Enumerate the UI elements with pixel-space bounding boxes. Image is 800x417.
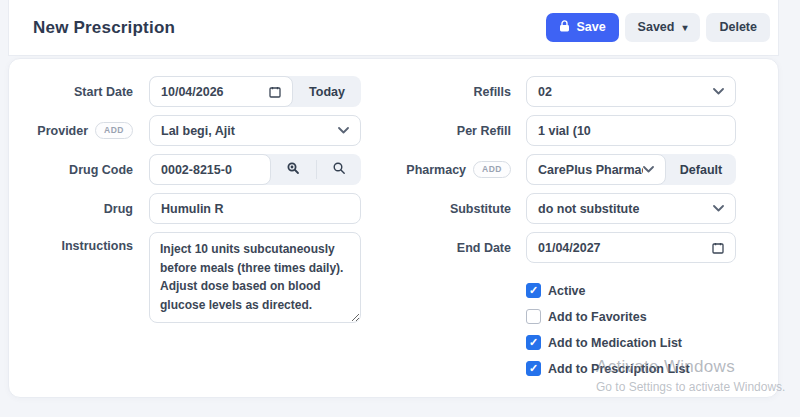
end-date-value: 01/04/2027 bbox=[538, 241, 601, 255]
check-icon: ✓ bbox=[529, 285, 538, 296]
substitute-value: do not substitute bbox=[538, 202, 639, 216]
toolbar: Save Saved ▾ Delete bbox=[546, 13, 770, 42]
drug-lookup-button[interactable] bbox=[271, 154, 316, 185]
checkbox-box[interactable]: ✓ bbox=[526, 309, 541, 324]
form-column-right: Refills 02 Per Refill 1 vial (10 bbox=[394, 76, 736, 397]
start-date-label: Start Date bbox=[9, 85, 133, 99]
per-refill-row: Per Refill 1 vial (10 bbox=[394, 115, 736, 146]
checkbox-add-to-medication-list[interactable]: ✓ Add to Medication List bbox=[526, 335, 736, 350]
end-date-row: End Date 01/04/2027 bbox=[394, 232, 736, 263]
start-date-input[interactable]: 10/04/2026 bbox=[149, 76, 293, 107]
refills-row: Refills 02 bbox=[394, 76, 736, 107]
end-date-label: End Date bbox=[394, 241, 511, 255]
pharmacy-add-badge[interactable]: ADD bbox=[473, 161, 511, 178]
drug-search-button[interactable] bbox=[317, 154, 362, 185]
checkbox-active[interactable]: ✓ Active bbox=[526, 283, 736, 298]
checkbox-box[interactable]: ✓ bbox=[526, 283, 541, 298]
chevron-down-icon bbox=[643, 166, 654, 173]
chevron-down-icon bbox=[713, 88, 724, 95]
start-date-row: Start Date 10/04/2026 Toda bbox=[9, 76, 361, 107]
form-column-left: Start Date 10/04/2026 Toda bbox=[9, 76, 361, 397]
provider-value: Lal begi, Ajit bbox=[161, 124, 235, 138]
save-button[interactable]: Save bbox=[546, 13, 618, 42]
prescription-form-card: Start Date 10/04/2026 Toda bbox=[8, 58, 779, 398]
drug-code-label: Drug Code bbox=[9, 163, 133, 177]
page-header: New Prescription Save Saved ▾ Delete bbox=[8, 0, 779, 56]
check-icon: ✓ bbox=[529, 363, 538, 374]
checkbox-box[interactable]: ✓ bbox=[526, 335, 541, 350]
provider-row: Provider ADD Lal begi, Ajit bbox=[9, 115, 361, 146]
drug-code-group: 0002-8215-0 bbox=[149, 154, 361, 185]
pharmacy-value: CarePlus Pharmacy - bbox=[538, 163, 643, 177]
per-refill-input[interactable]: 1 vial (10 bbox=[526, 115, 736, 146]
calendar-icon[interactable] bbox=[269, 86, 281, 98]
search-filled-icon bbox=[286, 161, 300, 178]
start-date-value: 10/04/2026 bbox=[161, 85, 224, 99]
caret-down-icon: ▾ bbox=[682, 23, 687, 33]
drug-row: Drug Humulin R bbox=[9, 193, 361, 224]
provider-select[interactable]: Lal begi, Ajit bbox=[149, 115, 361, 146]
substitute-row: Substitute do not substitute bbox=[394, 193, 736, 224]
instructions-textarea[interactable]: Inject 10 units subcutaneously before me… bbox=[149, 232, 361, 323]
refills-select[interactable]: 02 bbox=[526, 76, 736, 107]
substitute-label: Substitute bbox=[394, 202, 511, 216]
saved-button-label: Saved bbox=[638, 21, 675, 34]
checkbox-box[interactable]: ✓ bbox=[526, 361, 541, 376]
delete-button[interactable]: Delete bbox=[706, 13, 770, 42]
checkbox-add-to-prescription-list[interactable]: ✓ Add to Prescription List bbox=[526, 361, 736, 376]
lock-icon bbox=[559, 20, 570, 35]
check-icon: ✓ bbox=[529, 337, 538, 348]
drug-code-input[interactable]: 0002-8215-0 bbox=[149, 154, 271, 185]
pharmacy-group: CarePlus Pharmacy - Default bbox=[526, 154, 736, 185]
end-date-input[interactable]: 01/04/2027 bbox=[526, 232, 736, 263]
pharmacy-select[interactable]: CarePlus Pharmacy - bbox=[526, 154, 666, 185]
today-button[interactable]: Today bbox=[293, 76, 361, 107]
chevron-down-icon bbox=[338, 127, 349, 134]
refills-value: 02 bbox=[538, 85, 552, 99]
drug-code-value: 0002-8215-0 bbox=[161, 163, 232, 177]
pharmacy-default-button[interactable]: Default bbox=[666, 154, 736, 185]
instructions-label: Instructions bbox=[9, 232, 133, 253]
save-button-label: Save bbox=[576, 21, 605, 34]
provider-add-badge[interactable]: ADD bbox=[95, 122, 133, 139]
start-date-group: 10/04/2026 Today bbox=[149, 76, 361, 107]
search-icon bbox=[332, 161, 346, 178]
substitute-select[interactable]: do not substitute bbox=[526, 193, 736, 224]
per-refill-value: 1 vial (10 bbox=[538, 124, 591, 138]
pharmacy-label: Pharmacy bbox=[406, 163, 466, 177]
checkbox-add-to-favorites[interactable]: ✓ Add to Favorites bbox=[526, 309, 736, 324]
per-refill-label: Per Refill bbox=[394, 124, 511, 138]
page-title: New Prescription bbox=[33, 18, 175, 38]
instructions-row: Instructions Inject 10 units subcutaneou… bbox=[9, 232, 361, 327]
page: New Prescription Save Saved ▾ Delete bbox=[0, 0, 800, 417]
drug-value: Humulin R bbox=[161, 202, 224, 216]
provider-label: Provider bbox=[37, 124, 88, 138]
checkbox-group: ✓ Active ✓ Add to Favorites ✓ Add to Med… bbox=[526, 283, 736, 376]
refills-label: Refills bbox=[394, 85, 511, 99]
pharmacy-row: Pharmacy ADD CarePlus Pharmacy - Default bbox=[394, 154, 736, 185]
saved-dropdown-button[interactable]: Saved ▾ bbox=[625, 13, 701, 42]
drug-input[interactable]: Humulin R bbox=[149, 193, 361, 224]
drug-label: Drug bbox=[9, 202, 133, 216]
calendar-icon[interactable] bbox=[712, 242, 724, 254]
drug-code-row: Drug Code 0002-8215-0 bbox=[9, 154, 361, 185]
chevron-down-icon bbox=[713, 205, 724, 212]
